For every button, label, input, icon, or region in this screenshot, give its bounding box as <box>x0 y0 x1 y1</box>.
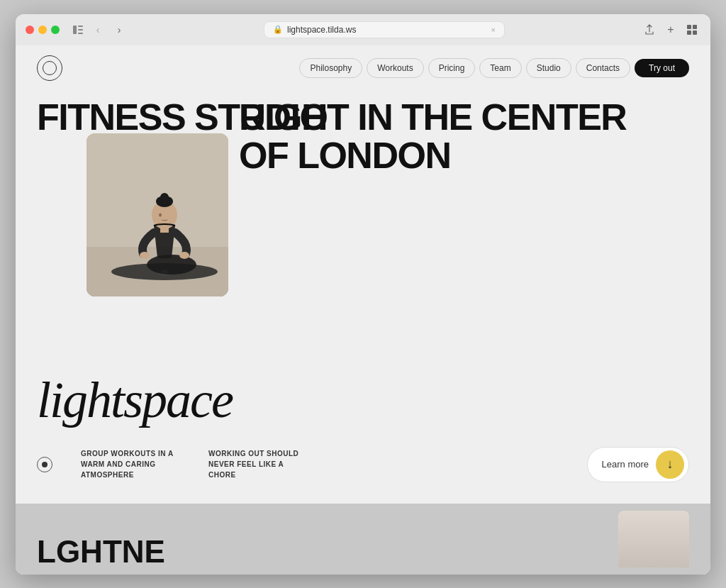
hero-image <box>86 133 228 296</box>
svg-point-20 <box>159 213 162 216</box>
browser-controls: ‹ › <box>71 21 128 38</box>
hero-section: FITNESS STUDIO <box>16 91 710 504</box>
browser-window: ‹ › 🔒 lightspace.tilda.ws × + <box>16 14 710 575</box>
minimize-window-button[interactable] <box>38 26 47 34</box>
learn-more-arrow-icon: ↓ <box>656 450 684 479</box>
radio-inner <box>42 462 48 467</box>
second-section-image <box>618 511 689 567</box>
forward-button[interactable]: › <box>111 21 128 38</box>
nav-studio[interactable]: Studio <box>526 58 571 78</box>
security-icon: 🔒 <box>273 25 283 34</box>
brand-name: lightspace <box>37 375 233 426</box>
grid-view-button[interactable] <box>683 21 700 38</box>
nav-workouts[interactable]: Workouts <box>367 58 423 78</box>
second-section: LGHTNE <box>16 504 710 575</box>
back-button[interactable]: ‹ <box>89 21 106 38</box>
learn-more-label: Learn more <box>602 459 649 470</box>
svg-rect-5 <box>693 25 697 29</box>
svg-point-15 <box>179 252 189 259</box>
nav-tryout[interactable]: Try out <box>635 59 689 77</box>
nav-contacts[interactable]: Contacts <box>576 58 630 78</box>
learn-more-button[interactable]: Learn more ↓ <box>587 447 689 482</box>
toolbar-actions: + <box>641 21 700 38</box>
svg-rect-6 <box>687 30 691 35</box>
svg-point-14 <box>140 252 150 259</box>
traffic-lights <box>26 26 60 34</box>
tab-close-button[interactable]: × <box>491 26 496 34</box>
site-nav: Philosophy Workouts Pricing Team Studio … <box>16 45 710 91</box>
second-section-title: LGHTNE <box>37 536 165 567</box>
hero-features: GROUP WORKOUTS IN A WARM AND CARING ATMO… <box>37 447 689 482</box>
svg-rect-1 <box>78 26 83 27</box>
hero-headline-right: RIGHT IN THE CENTER OF LONDON <box>239 98 696 175</box>
website-content: Philosophy Workouts Pricing Team Studio … <box>16 45 710 575</box>
svg-rect-2 <box>78 29 83 30</box>
radio-indicator[interactable] <box>37 457 52 472</box>
logo-inner-circle <box>43 61 57 75</box>
maximize-window-button[interactable] <box>51 26 60 34</box>
svg-point-13 <box>147 255 196 274</box>
share-button[interactable] <box>641 21 658 38</box>
nav-links: Philosophy Workouts Pricing Team Studio … <box>299 58 689 78</box>
feature-text-2: WORKING OUT SHOULD NEVER FEEL LIKE A CHO… <box>208 448 308 480</box>
svg-rect-0 <box>73 26 77 34</box>
url-text: lightspace.tilda.ws <box>287 25 356 35</box>
sidebar-toggle-button[interactable] <box>71 23 85 37</box>
browser-titlebar: ‹ › 🔒 lightspace.tilda.ws × + <box>26 21 700 38</box>
svg-rect-3 <box>78 33 83 34</box>
nav-pricing[interactable]: Pricing <box>428 58 476 78</box>
svg-rect-4 <box>687 25 691 29</box>
nav-philosophy[interactable]: Philosophy <box>299 58 362 78</box>
close-window-button[interactable] <box>26 26 34 34</box>
site-logo[interactable] <box>37 55 62 81</box>
address-bar: 🔒 lightspace.tilda.ws × <box>264 21 505 38</box>
browser-chrome: ‹ › 🔒 lightspace.tilda.ws × + <box>16 14 710 45</box>
feature-text-1: GROUP WORKOUTS IN A WARM AND CARING ATMO… <box>81 448 180 480</box>
svg-point-18 <box>160 193 169 201</box>
svg-rect-7 <box>693 30 697 35</box>
hero-image-placeholder <box>86 133 228 296</box>
nav-team[interactable]: Team <box>479 58 521 78</box>
new-tab-button[interactable]: + <box>662 21 679 38</box>
svg-rect-19 <box>160 226 169 233</box>
